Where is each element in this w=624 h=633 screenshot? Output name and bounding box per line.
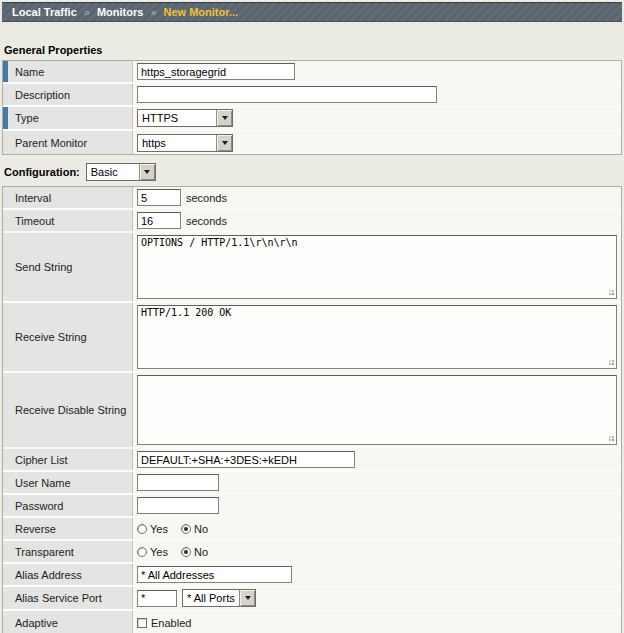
receive-string-label: Receive String — [15, 331, 87, 343]
name-input[interactable] — [137, 63, 295, 80]
timeout-label: Timeout — [15, 215, 54, 227]
receive-disable-string-label: Receive Disable String — [15, 404, 126, 416]
form-row-password: Password — [3, 495, 621, 518]
alias-address-label: Alias Address — [15, 569, 82, 581]
name-label: Name — [15, 66, 44, 78]
receive-string-textarea[interactable]: HTTP/1.1 200 OK — [137, 305, 617, 369]
configuration-label: Configuration: — [4, 166, 80, 178]
type-select-value: HTTPS — [138, 112, 216, 124]
required-indicator — [3, 61, 8, 82]
parent-monitor-select-value: https — [138, 137, 216, 149]
general-properties-title: General Properties — [4, 44, 622, 56]
resize-grip-icon[interactable] — [606, 357, 614, 365]
transparent-yes-radio[interactable]: Yes — [137, 546, 168, 558]
type-select[interactable]: HTTPS — [137, 109, 233, 127]
password-input[interactable] — [137, 497, 219, 514]
form-row-name: Name — [3, 61, 621, 84]
password-label-cell: Password — [3, 495, 133, 516]
timeout-input[interactable] — [137, 212, 181, 229]
form-row-interval: Interval seconds — [3, 187, 621, 210]
configuration-header: Configuration: Basic — [4, 163, 622, 181]
receive-disable-string-label-cell: Receive Disable String — [3, 373, 133, 447]
name-value-cell — [133, 61, 621, 82]
parent-monitor-label-cell: Parent Monitor — [3, 131, 133, 154]
alias-address-input[interactable] — [137, 566, 292, 583]
form-row-description: Description — [3, 84, 621, 107]
alias-service-port-select-value: * All Ports — [183, 592, 239, 604]
adaptive-label-cell: Adaptive — [3, 611, 133, 633]
timeout-label-cell: Timeout — [3, 210, 133, 231]
form-row-timeout: Timeout seconds — [3, 210, 621, 233]
form-row-receive-string: Receive String HTTP/1.1 200 OK — [3, 303, 621, 373]
description-input[interactable] — [137, 86, 437, 103]
cipher-list-input[interactable] — [137, 451, 355, 468]
form-row-receive-disable-string: Receive Disable String — [3, 373, 621, 449]
configuration-table: Interval seconds Timeout seconds Send St… — [2, 186, 622, 633]
configuration-mode-value: Basic — [87, 166, 139, 178]
user-name-input[interactable] — [137, 474, 219, 491]
user-name-label-cell: User Name — [3, 472, 133, 493]
type-label: Type — [15, 112, 39, 124]
transparent-no-label: No — [194, 546, 208, 558]
type-value-cell: HTTPS — [133, 107, 621, 129]
adaptive-label: Adaptive — [15, 617, 58, 629]
checkbox-icon — [137, 618, 147, 628]
transparent-label: Transparent — [15, 546, 74, 558]
radio-icon — [137, 524, 147, 534]
transparent-value-cell: Yes No — [133, 541, 621, 562]
form-row-alias-service-port: Alias Service Port * All Ports — [3, 587, 621, 611]
receive-disable-string-textarea[interactable] — [137, 375, 617, 445]
user-name-label: User Name — [15, 477, 71, 489]
description-value-cell — [133, 84, 621, 105]
form-row-parent-monitor: Parent Monitor https — [3, 131, 621, 154]
chevron-down-icon — [216, 110, 232, 126]
form-row-transparent: Transparent Yes No — [3, 541, 621, 564]
chevron-down-icon — [139, 164, 155, 180]
interval-unit: seconds — [186, 192, 227, 204]
radio-icon — [137, 547, 147, 557]
interval-input[interactable] — [137, 189, 181, 206]
send-string-textarea[interactable]: OPTIONS / HTTP/1.1\r\n\r\n — [137, 235, 617, 299]
send-string-label-cell: Send String — [3, 233, 133, 301]
name-label-cell: Name — [3, 61, 133, 82]
receive-string-value-cell: HTTP/1.1 200 OK — [133, 303, 621, 371]
interval-label: Interval — [15, 192, 51, 204]
adaptive-enabled-label: Enabled — [151, 617, 191, 629]
cipher-list-label: Cipher List — [15, 454, 68, 466]
radio-checked-icon — [181, 524, 191, 534]
reverse-yes-radio[interactable]: Yes — [137, 523, 168, 535]
adaptive-enabled-checkbox[interactable]: Enabled — [137, 617, 191, 629]
cipher-list-label-cell: Cipher List — [3, 449, 133, 470]
form-row-type: Type HTTPS — [3, 107, 621, 131]
receive-string-label-cell: Receive String — [3, 303, 133, 371]
breadcrumb-separator: » — [150, 6, 156, 18]
chevron-down-icon — [239, 590, 255, 606]
password-label: Password — [15, 500, 63, 512]
user-name-value-cell — [133, 472, 621, 493]
transparent-label-cell: Transparent — [3, 541, 133, 562]
reverse-yes-label: Yes — [150, 523, 168, 535]
alias-address-value-cell — [133, 564, 621, 585]
resize-grip-icon[interactable] — [606, 287, 614, 295]
configuration-mode-select[interactable]: Basic — [86, 163, 156, 181]
resize-grip-icon[interactable] — [606, 433, 614, 441]
breadcrumb: Local Traffic » Monitors » New Monitor..… — [2, 2, 622, 22]
alias-service-port-value-cell: * All Ports — [133, 587, 621, 609]
form-row-cipher-list: Cipher List — [3, 449, 621, 472]
alias-address-label-cell: Alias Address — [3, 564, 133, 585]
cipher-list-value-cell — [133, 449, 621, 470]
alias-service-port-input[interactable] — [137, 590, 177, 607]
interval-value-cell: seconds — [133, 187, 621, 208]
alias-service-port-select[interactable]: * All Ports — [182, 589, 256, 607]
parent-monitor-select[interactable]: https — [137, 134, 233, 152]
parent-monitor-label: Parent Monitor — [15, 137, 87, 149]
reverse-no-radio[interactable]: No — [181, 523, 208, 535]
reverse-no-label: No — [194, 523, 208, 535]
description-label: Description — [15, 89, 70, 101]
password-value-cell — [133, 495, 621, 516]
timeout-value-cell: seconds — [133, 210, 621, 231]
breadcrumb-monitors[interactable]: Monitors — [97, 6, 143, 18]
breadcrumb-local-traffic[interactable]: Local Traffic — [12, 6, 77, 18]
transparent-no-radio[interactable]: No — [181, 546, 208, 558]
chevron-down-icon — [216, 135, 232, 151]
